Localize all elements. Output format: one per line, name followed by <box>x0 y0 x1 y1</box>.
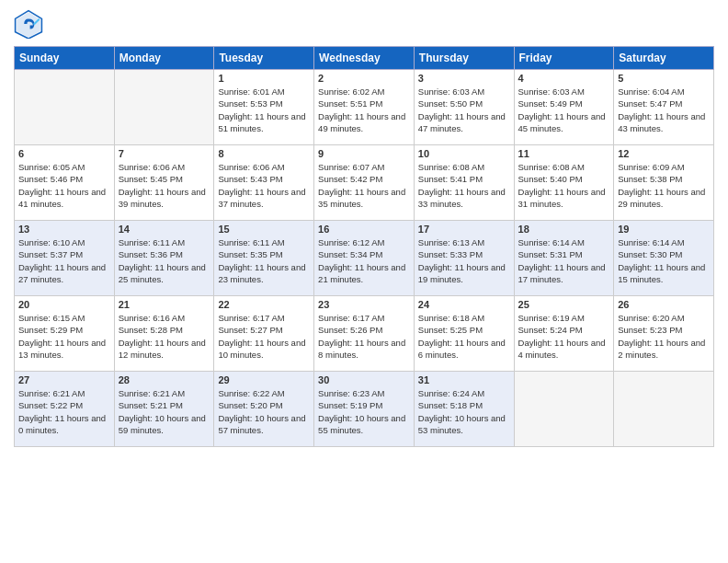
day-number: 20 <box>18 299 110 310</box>
day-number: 26 <box>618 299 710 310</box>
week-row-3: 20Sunrise: 6:15 AM Sunset: 5:29 PM Dayli… <box>15 296 714 372</box>
day-info: Sunrise: 6:24 AM Sunset: 5:18 PM Dayligh… <box>418 387 510 436</box>
day-info: Sunrise: 6:11 AM Sunset: 5:35 PM Dayligh… <box>218 236 310 285</box>
week-row-4: 27Sunrise: 6:21 AM Sunset: 5:22 PM Dayli… <box>15 372 714 447</box>
day-cell-6: 6Sunrise: 6:05 AM Sunset: 5:46 PM Daylig… <box>15 145 115 221</box>
day-cell-11: 11Sunrise: 6:08 AM Sunset: 5:40 PM Dayli… <box>514 145 614 221</box>
day-info: Sunrise: 6:20 AM Sunset: 5:23 PM Dayligh… <box>618 312 710 361</box>
weekday-monday: Monday <box>114 47 214 70</box>
day-cell-8: 8Sunrise: 6:06 AM Sunset: 5:43 PM Daylig… <box>214 145 314 221</box>
weekday-wednesday: Wednesday <box>314 47 415 70</box>
weekday-header-row: SundayMondayTuesdayWednesdayThursdayFrid… <box>15 47 714 70</box>
day-cell-1: 1Sunrise: 6:01 AM Sunset: 5:53 PM Daylig… <box>214 70 314 145</box>
day-number: 16 <box>318 224 410 235</box>
day-number: 4 <box>518 73 610 84</box>
week-row-0: 1Sunrise: 6:01 AM Sunset: 5:53 PM Daylig… <box>15 70 714 145</box>
day-cell-26: 26Sunrise: 6:20 AM Sunset: 5:23 PM Dayli… <box>614 296 714 372</box>
empty-cell <box>15 70 115 145</box>
calendar-table: SundayMondayTuesdayWednesdayThursdayFrid… <box>14 46 714 447</box>
day-info: Sunrise: 6:08 AM Sunset: 5:40 PM Dayligh… <box>518 161 610 210</box>
day-info: Sunrise: 6:18 AM Sunset: 5:25 PM Dayligh… <box>418 312 510 361</box>
day-info: Sunrise: 6:16 AM Sunset: 5:28 PM Dayligh… <box>119 312 210 361</box>
day-number: 24 <box>418 299 510 310</box>
day-info: Sunrise: 6:11 AM Sunset: 5:36 PM Dayligh… <box>119 236 210 285</box>
header <box>14 9 714 39</box>
day-number: 28 <box>119 374 210 385</box>
day-info: Sunrise: 6:19 AM Sunset: 5:24 PM Dayligh… <box>518 312 610 361</box>
day-number: 30 <box>318 374 410 385</box>
day-info: Sunrise: 6:01 AM Sunset: 5:53 PM Dayligh… <box>218 86 310 134</box>
day-cell-16: 16Sunrise: 6:12 AM Sunset: 5:34 PM Dayli… <box>314 221 415 296</box>
logo <box>14 9 47 39</box>
day-cell-15: 15Sunrise: 6:11 AM Sunset: 5:35 PM Dayli… <box>214 221 314 296</box>
day-number: 27 <box>18 374 110 385</box>
day-cell-27: 27Sunrise: 6:21 AM Sunset: 5:22 PM Dayli… <box>15 372 115 447</box>
day-info: Sunrise: 6:06 AM Sunset: 5:43 PM Dayligh… <box>218 161 310 210</box>
day-number: 22 <box>218 299 310 310</box>
day-cell-25: 25Sunrise: 6:19 AM Sunset: 5:24 PM Dayli… <box>514 296 614 372</box>
day-info: Sunrise: 6:17 AM Sunset: 5:27 PM Dayligh… <box>218 312 310 361</box>
day-number: 10 <box>418 148 510 159</box>
day-info: Sunrise: 6:21 AM Sunset: 5:21 PM Dayligh… <box>119 387 210 436</box>
day-info: Sunrise: 6:13 AM Sunset: 5:33 PM Dayligh… <box>418 236 510 285</box>
week-row-2: 13Sunrise: 6:10 AM Sunset: 5:37 PM Dayli… <box>15 221 714 296</box>
weekday-thursday: Thursday <box>414 47 514 70</box>
day-cell-19: 19Sunrise: 6:14 AM Sunset: 5:30 PM Dayli… <box>614 221 714 296</box>
day-info: Sunrise: 6:06 AM Sunset: 5:45 PM Dayligh… <box>119 161 210 210</box>
day-number: 7 <box>119 148 210 159</box>
empty-cell <box>514 372 614 447</box>
day-info: Sunrise: 6:14 AM Sunset: 5:30 PM Dayligh… <box>618 236 710 285</box>
day-cell-21: 21Sunrise: 6:16 AM Sunset: 5:28 PM Dayli… <box>114 296 214 372</box>
day-cell-29: 29Sunrise: 6:22 AM Sunset: 5:20 PM Dayli… <box>214 372 314 447</box>
day-number: 13 <box>18 224 110 235</box>
day-number: 6 <box>18 148 110 159</box>
day-info: Sunrise: 6:12 AM Sunset: 5:34 PM Dayligh… <box>318 236 410 285</box>
day-number: 31 <box>418 374 510 385</box>
day-number: 15 <box>218 224 310 235</box>
day-info: Sunrise: 6:10 AM Sunset: 5:37 PM Dayligh… <box>18 236 110 285</box>
day-info: Sunrise: 6:08 AM Sunset: 5:41 PM Dayligh… <box>418 161 510 210</box>
week-row-1: 6Sunrise: 6:05 AM Sunset: 5:46 PM Daylig… <box>15 145 714 221</box>
weekday-friday: Friday <box>514 47 614 70</box>
day-cell-22: 22Sunrise: 6:17 AM Sunset: 5:27 PM Dayli… <box>214 296 314 372</box>
day-number: 17 <box>418 224 510 235</box>
day-number: 25 <box>518 299 610 310</box>
day-cell-9: 9Sunrise: 6:07 AM Sunset: 5:42 PM Daylig… <box>314 145 415 221</box>
empty-cell <box>614 372 714 447</box>
day-cell-23: 23Sunrise: 6:17 AM Sunset: 5:26 PM Dayli… <box>314 296 415 372</box>
day-cell-31: 31Sunrise: 6:24 AM Sunset: 5:18 PM Dayli… <box>414 372 514 447</box>
day-number: 14 <box>119 224 210 235</box>
weekday-saturday: Saturday <box>614 47 714 70</box>
day-number: 19 <box>618 224 710 235</box>
day-info: Sunrise: 6:15 AM Sunset: 5:29 PM Dayligh… <box>18 312 110 361</box>
day-cell-5: 5Sunrise: 6:04 AM Sunset: 5:47 PM Daylig… <box>614 70 714 145</box>
day-number: 8 <box>218 148 310 159</box>
day-cell-10: 10Sunrise: 6:08 AM Sunset: 5:41 PM Dayli… <box>414 145 514 221</box>
day-number: 3 <box>418 73 510 84</box>
day-number: 23 <box>318 299 410 310</box>
day-number: 9 <box>318 148 410 159</box>
day-cell-7: 7Sunrise: 6:06 AM Sunset: 5:45 PM Daylig… <box>114 145 214 221</box>
day-cell-20: 20Sunrise: 6:15 AM Sunset: 5:29 PM Dayli… <box>15 296 115 372</box>
day-info: Sunrise: 6:09 AM Sunset: 5:38 PM Dayligh… <box>618 161 710 210</box>
logo-icon <box>14 9 43 39</box>
day-number: 2 <box>318 73 410 84</box>
empty-cell <box>114 70 214 145</box>
day-cell-2: 2Sunrise: 6:02 AM Sunset: 5:51 PM Daylig… <box>314 70 415 145</box>
day-cell-4: 4Sunrise: 6:03 AM Sunset: 5:49 PM Daylig… <box>514 70 614 145</box>
day-cell-17: 17Sunrise: 6:13 AM Sunset: 5:33 PM Dayli… <box>414 221 514 296</box>
day-info: Sunrise: 6:17 AM Sunset: 5:26 PM Dayligh… <box>318 312 410 361</box>
day-info: Sunrise: 6:03 AM Sunset: 5:49 PM Dayligh… <box>518 86 610 134</box>
weekday-sunday: Sunday <box>15 47 115 70</box>
day-info: Sunrise: 6:04 AM Sunset: 5:47 PM Dayligh… <box>618 86 710 134</box>
day-number: 18 <box>518 224 610 235</box>
day-number: 5 <box>618 73 710 84</box>
day-cell-18: 18Sunrise: 6:14 AM Sunset: 5:31 PM Dayli… <box>514 221 614 296</box>
day-info: Sunrise: 6:21 AM Sunset: 5:22 PM Dayligh… <box>18 387 110 436</box>
day-info: Sunrise: 6:22 AM Sunset: 5:20 PM Dayligh… <box>218 387 310 436</box>
day-info: Sunrise: 6:05 AM Sunset: 5:46 PM Dayligh… <box>18 161 110 210</box>
day-cell-12: 12Sunrise: 6:09 AM Sunset: 5:38 PM Dayli… <box>614 145 714 221</box>
day-cell-3: 3Sunrise: 6:03 AM Sunset: 5:50 PM Daylig… <box>414 70 514 145</box>
day-number: 21 <box>119 299 210 310</box>
day-cell-24: 24Sunrise: 6:18 AM Sunset: 5:25 PM Dayli… <box>414 296 514 372</box>
